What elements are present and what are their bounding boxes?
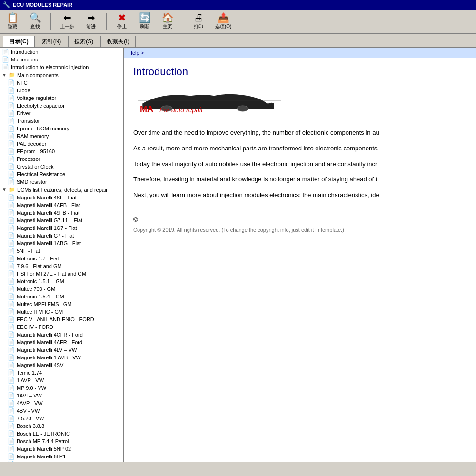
list-item[interactable]: 📄Electrical Resistance bbox=[0, 170, 123, 178]
doc-icon: 📄 bbox=[8, 385, 15, 391]
doc-icon: 📄 bbox=[8, 362, 15, 368]
tab-search[interactable]: 搜索(S) bbox=[68, 36, 99, 47]
list-item[interactable]: 📄7.9.6 - Fiat and GM bbox=[0, 262, 123, 270]
sidebar-item-label: RAM memory bbox=[17, 133, 49, 139]
list-item[interactable]: 📄4AVP - VW bbox=[0, 399, 123, 407]
toolbar-back-button[interactable]: ⬅ 上一步 bbox=[57, 11, 78, 31]
list-item[interactable]: 📄Magneti Marelli 4AFB - Fiat bbox=[0, 201, 123, 209]
sidebar-section[interactable]: ▼📁Main components bbox=[0, 71, 123, 79]
list-item[interactable]: 📄Magneti Marelli 1ABG - Fiat bbox=[0, 239, 123, 247]
list-item[interactable]: 📄Transistor bbox=[0, 117, 123, 125]
toolbar-forward-button[interactable]: ➡ 前进 bbox=[81, 11, 100, 31]
toolbar-print-button[interactable]: 🖨 打印 bbox=[189, 11, 208, 31]
list-item[interactable]: 📄HSFl or MT27E - Fiat and GM bbox=[0, 270, 123, 278]
sidebar-item-label: Magneti Marelli G7.11 – Fiat bbox=[17, 218, 82, 223]
sidebar-item-label: Magneti Marelli 4AFB - Fiat bbox=[17, 202, 80, 208]
list-item[interactable]: 📄7.5.20 –VW bbox=[0, 415, 123, 422]
list-item[interactable]: 📄Magneti Marelli 4LV – VW bbox=[0, 346, 123, 354]
doc-icon: 📄 bbox=[8, 163, 15, 170]
list-item[interactable]: 📄Motronic 1.5.4 – GM bbox=[0, 293, 123, 300]
doc-icon: 📄 bbox=[8, 369, 15, 376]
doc-icon: 📄 bbox=[8, 453, 15, 460]
list-item[interactable]: 📄Magneti Marelli 4SV bbox=[0, 361, 123, 369]
list-item[interactable]: 📄RAM memory bbox=[0, 132, 123, 140]
list-item[interactable]: 📄Eprom - ROM memory bbox=[0, 125, 123, 132]
toolbar-separator-1 bbox=[50, 13, 51, 30]
list-item[interactable]: 📄Magneti Marelli 49FB - Fiat bbox=[0, 209, 123, 217]
doc-icon: 📄 bbox=[8, 171, 15, 178]
sidebar-item-label: Bosch LE - JETRONIC bbox=[17, 431, 70, 436]
list-item[interactable]: 📄Magneti Marelli G7 - Fiat bbox=[0, 232, 123, 239]
list-item[interactable]: 📄Multec MPFI EMS –GM bbox=[0, 300, 123, 308]
doc-icon: 📄 bbox=[8, 430, 15, 437]
toolbar-refresh-button[interactable]: 🔄 刷新 bbox=[135, 11, 154, 31]
refresh-label: 刷新 bbox=[140, 23, 149, 30]
list-item[interactable]: 📄Electrolytic capacitor bbox=[0, 102, 123, 109]
list-item[interactable]: 📄Motronic 1.7 - Fiat bbox=[0, 255, 123, 262]
sidebar-item-label: EEC IV - FORD bbox=[17, 324, 53, 330]
list-item[interactable]: 📄Magneti Marelli 1 AVB - VW bbox=[0, 354, 123, 361]
list-item[interactable]: 📄Multec H VHC - GM bbox=[0, 308, 123, 316]
list-item[interactable]: 📄Processor bbox=[0, 155, 123, 163]
list-item[interactable]: 📄Magneti Marelli 5NP 02 bbox=[0, 445, 123, 453]
sidebar[interactable]: 📄Introduction📄Multimeters📄Introduction t… bbox=[0, 48, 124, 462]
content-area[interactable]: Help > Introduction MA For auto repair bbox=[124, 48, 476, 462]
list-item[interactable]: 📄4BV - VW bbox=[0, 407, 123, 415]
doc-icon: 📄 bbox=[8, 423, 15, 429]
list-item[interactable]: 📄NTC bbox=[0, 79, 123, 87]
sidebar-item-label: PAL decoder bbox=[17, 141, 46, 147]
toolbar-find-button[interactable]: 🔍 查找 bbox=[26, 11, 45, 31]
tab-contents[interactable]: 目录(C) bbox=[3, 36, 35, 47]
list-item[interactable]: 📄Crystal or Clock bbox=[0, 163, 123, 170]
title-bar-title: ECU MODULES REPAIR bbox=[13, 2, 72, 8]
sidebar-section[interactable]: ▼📁ECMs list Features, defects, and repai… bbox=[0, 186, 123, 194]
list-item[interactable]: 📄Driver bbox=[0, 109, 123, 117]
toolbar-hide-button[interactable]: 📋 隐藏 bbox=[3, 11, 22, 31]
list-item[interactable]: 📄Magneti Marelli 4SF - Fiat bbox=[0, 194, 123, 201]
list-item[interactable]: 📄Multec 700 - GM bbox=[0, 285, 123, 293]
stop-icon: ✖ bbox=[118, 13, 126, 22]
doc-icon: 📄 bbox=[8, 316, 15, 323]
list-item[interactable]: 📄Magneti Marelli 1G7 - Fiat bbox=[0, 224, 123, 232]
toolbar-stop-button[interactable]: ✖ 停止 bbox=[112, 11, 131, 31]
list-item[interactable]: 📄5NF - Fiat bbox=[0, 247, 123, 255]
list-item[interactable]: 📄Magneti Marelli G7.11 – Fiat bbox=[0, 217, 123, 224]
list-item[interactable]: 📄Bosch 3.8.3 bbox=[0, 422, 123, 430]
list-item[interactable]: 📄EEprom - 95160 bbox=[0, 148, 123, 155]
list-item[interactable]: 📄EEC V - ANIL AND ENIO - FORD bbox=[0, 316, 123, 323]
list-item[interactable]: 📄Magneti Marelli 6LPb bbox=[0, 460, 123, 462]
list-item[interactable]: 📄PAL decoder bbox=[0, 140, 123, 148]
list-item[interactable]: 📄EEC IV - FORD bbox=[0, 323, 123, 331]
sidebar-item-label: Multec 700 - GM bbox=[17, 286, 55, 292]
list-item[interactable]: 📄Motronic 1.5.1 – GM bbox=[0, 278, 123, 285]
title-bar: 🔧 ECU MODULES REPAIR bbox=[0, 0, 476, 10]
list-item[interactable]: 📄Multimeters bbox=[0, 56, 123, 63]
toolbar-home-button[interactable]: 🏠 主页 bbox=[158, 11, 177, 31]
list-item[interactable]: 📄Voltage regulator bbox=[0, 94, 123, 102]
list-item[interactable]: 📄Bosch ME 7.4.4 Petrol bbox=[0, 437, 123, 445]
list-item[interactable]: 📄Magneti Marelli 4AFR - Ford bbox=[0, 338, 123, 346]
list-item[interactable]: 📄Magneti Marelli 6LP1 bbox=[0, 453, 123, 460]
doc-icon: 📄 bbox=[8, 110, 15, 117]
list-item[interactable]: 📄1AVI – VW bbox=[0, 392, 123, 399]
toolbar-options-button[interactable]: 📤 选项(O) bbox=[212, 11, 235, 31]
options-label: 选项(O) bbox=[215, 23, 231, 30]
print-label: 打印 bbox=[194, 23, 203, 30]
list-item[interactable]: 📄Introduction bbox=[0, 48, 123, 56]
list-item[interactable]: 📄Magneti Marelli 4CFR - Ford bbox=[0, 331, 123, 338]
list-item[interactable]: 📄Introduction to electronic injection bbox=[0, 63, 123, 71]
sidebar-item-label: Bosch 3.8.3 bbox=[17, 423, 44, 429]
folder-icon: 📁 bbox=[9, 72, 15, 78]
tab-favorites[interactable]: 收藏夹(I) bbox=[100, 36, 135, 47]
list-item[interactable]: 📄Diode bbox=[0, 87, 123, 94]
tab-bar: 目录(C) 索引(N) 搜索(S) 收藏夹(I) bbox=[0, 34, 476, 48]
tab-index[interactable]: 索引(N) bbox=[36, 36, 68, 47]
list-item[interactable]: 📄1 AVP - VW bbox=[0, 377, 123, 384]
doc-icon: 📄 bbox=[2, 56, 9, 63]
list-item[interactable]: 📄MP 9.0 - VW bbox=[0, 384, 123, 392]
list-item[interactable]: 📄Bosch LE - JETRONIC bbox=[0, 430, 123, 437]
sidebar-item-label: EEC V - ANIL AND ENIO - FORD bbox=[17, 317, 94, 322]
list-item[interactable]: 📄Temic 1.74 bbox=[0, 369, 123, 377]
hide-icon: 📋 bbox=[7, 13, 19, 22]
list-item[interactable]: 📄SMD resistor bbox=[0, 178, 123, 186]
